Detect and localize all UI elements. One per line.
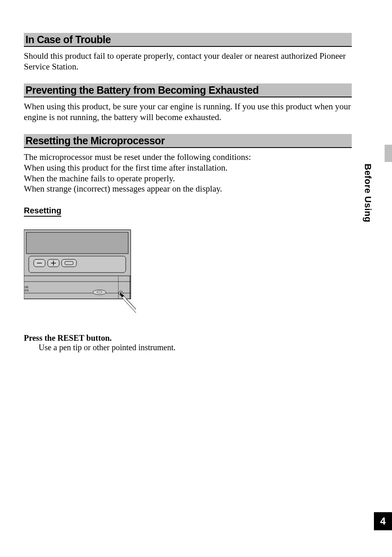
side-tab-marker	[385, 145, 392, 162]
svg-text:EN: EN	[25, 289, 29, 292]
body-in-case-of-trouble: Should this product fail to operate prop…	[24, 51, 352, 72]
instruction-pen-tip: Use a pen tip or other pointed instrumen…	[39, 343, 352, 352]
svg-rect-11	[24, 276, 131, 299]
reset-illustration: DE EN	[24, 222, 136, 328]
svg-rect-9	[62, 259, 76, 267]
body-battery-exhausted: When using this product, be sure your ca…	[24, 102, 352, 122]
body-resetting-microprocessor: The microprocessor must be reset under t…	[24, 152, 352, 194]
svg-rect-2	[26, 232, 128, 254]
svg-point-16	[93, 290, 106, 295]
svg-text:DE: DE	[25, 286, 29, 289]
reset-condition-3: When strange (incorrect) messages appear…	[24, 184, 352, 194]
reset-condition-1: When using this product for the first ti…	[24, 163, 352, 173]
page-number: 4	[374, 512, 392, 530]
heading-resetting-microprocessor: Resetting the Microprocessor	[24, 134, 352, 148]
sub-heading-resetting: Resetting	[24, 206, 61, 217]
page-content: In Case of Trouble Should this product f…	[0, 0, 392, 352]
instruction-press-reset: Press the RESET button.	[24, 333, 352, 343]
reset-condition-2: When the machine fails to operate proper…	[24, 173, 352, 184]
svg-point-19	[120, 292, 122, 294]
heading-in-case-of-trouble: In Case of Trouble	[24, 33, 352, 47]
heading-battery-exhausted: Preventing the Battery from Becoming Exh…	[24, 83, 352, 97]
svg-marker-22	[122, 295, 136, 328]
side-section-label: Before Using	[362, 164, 373, 222]
reset-condition-intro: The microprocessor must be reset under t…	[24, 152, 352, 163]
